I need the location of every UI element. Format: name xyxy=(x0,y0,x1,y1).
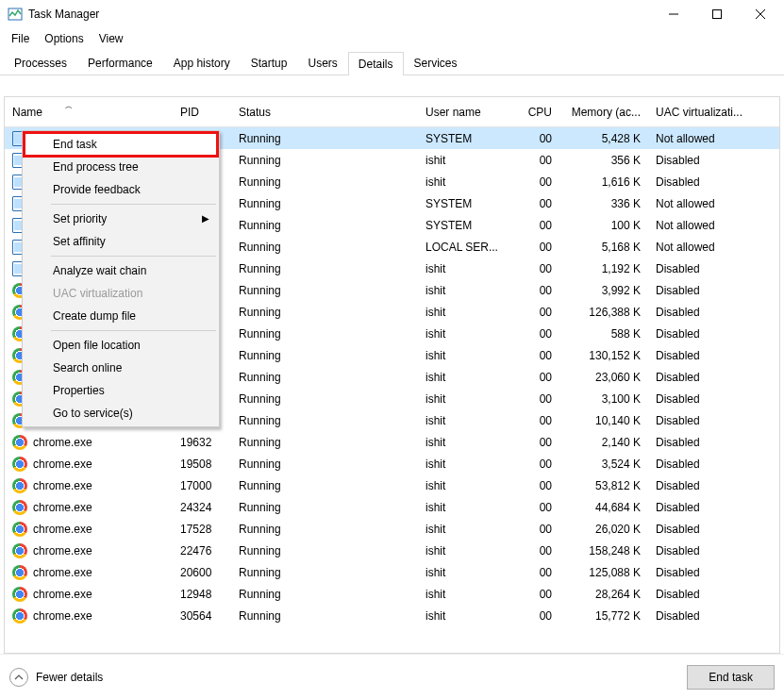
minimize-button[interactable] xyxy=(652,0,695,28)
cell-mem: 3,992 K xyxy=(559,280,648,301)
col-cpu[interactable]: CPU xyxy=(518,102,559,123)
cell-pid: 24324 xyxy=(173,497,231,518)
cell-status: Running xyxy=(231,410,418,431)
cell-name: chrome.exe xyxy=(33,436,92,449)
chrome-icon xyxy=(12,435,27,450)
cell-uac: Disabled xyxy=(648,584,779,605)
cell-name: chrome.exe xyxy=(33,566,92,579)
chrome-icon xyxy=(12,608,27,624)
cell-uac: Disabled xyxy=(648,497,779,518)
cell-uac: Not allowed xyxy=(648,237,779,258)
cell-name: chrome.exe xyxy=(33,609,92,623)
cell-status: Running xyxy=(231,345,418,366)
menu-file[interactable]: File xyxy=(4,30,37,47)
cell-mem: 588 K xyxy=(559,324,648,344)
ctx-properties[interactable]: Properties xyxy=(25,379,217,402)
col-name[interactable]: Name︿ xyxy=(5,102,173,123)
ctx-set-priority[interactable]: Set priority▶ xyxy=(25,208,217,230)
fewer-details-label: Fewer details xyxy=(36,671,103,684)
cell-user: LOCAL SER... xyxy=(418,237,518,258)
cell-cpu: 00 xyxy=(518,324,559,344)
ctx-provide-feedback[interactable]: Provide feedback xyxy=(25,178,217,201)
col-pid[interactable]: PID xyxy=(173,102,231,123)
cell-user: ishit xyxy=(418,280,518,301)
table-row[interactable]: chrome.exe19632Runningishit002,140 KDisa… xyxy=(5,431,779,453)
table-row[interactable]: chrome.exe12948Runningishit0028,264 KDis… xyxy=(5,583,779,605)
cell-uac: Disabled xyxy=(648,324,779,344)
menu-options[interactable]: Options xyxy=(37,30,91,47)
cell-user: SYSTEM xyxy=(418,193,518,214)
ctx-set-affinity[interactable]: Set affinity xyxy=(25,230,217,253)
cell-cpu: 00 xyxy=(518,258,559,279)
cell-status: Running xyxy=(231,237,418,258)
cell-mem: 15,772 K xyxy=(559,606,648,626)
column-headers: Name︿ PID Status User name CPU Memory (a… xyxy=(5,97,779,127)
cell-status: Running xyxy=(231,280,418,301)
table-row[interactable]: chrome.exe20600Runningishit00125,088 KDi… xyxy=(5,561,779,583)
chrome-icon xyxy=(12,565,27,580)
table-row[interactable]: chrome.exe24324Runningishit0044,684 KDis… xyxy=(5,496,779,518)
cell-mem: 3,100 K xyxy=(559,389,648,409)
cell-user: ishit xyxy=(418,389,518,409)
table-row[interactable]: chrome.exe17000Runningishit0053,812 KDis… xyxy=(5,474,779,496)
col-mem[interactable]: Memory (ac... xyxy=(559,102,648,123)
cell-cpu: 00 xyxy=(518,584,559,605)
table-row[interactable]: chrome.exe17528Runningishit0026,020 KDis… xyxy=(5,518,779,540)
col-user[interactable]: User name xyxy=(418,102,518,123)
ctx-analyze-wait-chain[interactable]: Analyze wait chain xyxy=(25,259,217,282)
maximize-button[interactable] xyxy=(695,0,739,28)
cell-user: ishit xyxy=(418,519,518,540)
col-status[interactable]: Status xyxy=(231,102,418,123)
ctx-end-task[interactable]: End task xyxy=(25,133,217,156)
cell-user: ishit xyxy=(418,302,518,323)
cell-pid: 20600 xyxy=(173,562,231,583)
ctx-uac-virtualization: UAC virtualization xyxy=(25,282,217,305)
ctx-open-file-location[interactable]: Open file location xyxy=(25,334,217,357)
cell-status: Running xyxy=(231,258,418,279)
ctx-create-dump-file[interactable]: Create dump file xyxy=(25,305,217,327)
tab-details[interactable]: Details xyxy=(348,52,404,75)
ctx-go-to-service-s-[interactable]: Go to service(s) xyxy=(25,402,217,424)
cell-pid: 19632 xyxy=(173,432,231,453)
chrome-icon xyxy=(12,522,27,537)
menu-view[interactable]: View xyxy=(92,30,131,47)
cell-uac: Not allowed xyxy=(648,215,779,236)
tab-apphistory[interactable]: App history xyxy=(163,51,241,75)
cell-user: ishit xyxy=(418,324,518,344)
cell-cpu: 00 xyxy=(518,237,559,258)
cell-status: Running xyxy=(231,519,418,540)
cell-uac: Disabled xyxy=(648,172,779,192)
ctx-search-online[interactable]: Search online xyxy=(25,357,217,379)
tab-processes[interactable]: Processes xyxy=(4,51,77,75)
cell-cpu: 00 xyxy=(518,280,559,301)
cell-user: ishit xyxy=(418,410,518,431)
cell-uac: Disabled xyxy=(648,410,779,431)
table-row[interactable]: chrome.exe22476Runningishit00158,248 KDi… xyxy=(5,540,779,561)
tab-performance[interactable]: Performance xyxy=(77,51,163,75)
cell-status: Running xyxy=(231,432,418,453)
cell-cpu: 00 xyxy=(518,193,559,214)
cell-uac: Disabled xyxy=(648,280,779,301)
tab-services[interactable]: Services xyxy=(404,51,468,75)
tabbar: Processes Performance App history Startu… xyxy=(0,51,784,75)
cell-mem: 23,060 K xyxy=(559,367,648,388)
cell-pid: 17000 xyxy=(173,475,231,496)
cell-pid: 30564 xyxy=(173,606,231,626)
cell-status: Running xyxy=(231,193,418,214)
cell-mem: 158,248 K xyxy=(559,541,648,561)
cell-mem: 5,168 K xyxy=(559,237,648,258)
ctx-end-process-tree[interactable]: End process tree xyxy=(25,156,217,178)
tab-users[interactable]: Users xyxy=(297,51,347,75)
cell-user: ishit xyxy=(418,367,518,388)
col-uac[interactable]: UAC virtualizati... xyxy=(648,102,779,123)
tab-startup[interactable]: Startup xyxy=(241,51,298,75)
chrome-icon xyxy=(12,500,27,515)
cell-cpu: 00 xyxy=(518,345,559,366)
table-row[interactable]: chrome.exe30564Runningishit0015,772 KDis… xyxy=(5,605,779,626)
cell-cpu: 00 xyxy=(518,302,559,323)
close-button[interactable] xyxy=(739,0,782,28)
table-row[interactable]: chrome.exe19508Runningishit003,524 KDisa… xyxy=(5,453,779,474)
end-task-button[interactable]: End task xyxy=(687,665,775,690)
fewer-details-button[interactable]: Fewer details xyxy=(9,668,103,687)
cell-name: chrome.exe xyxy=(33,479,92,492)
